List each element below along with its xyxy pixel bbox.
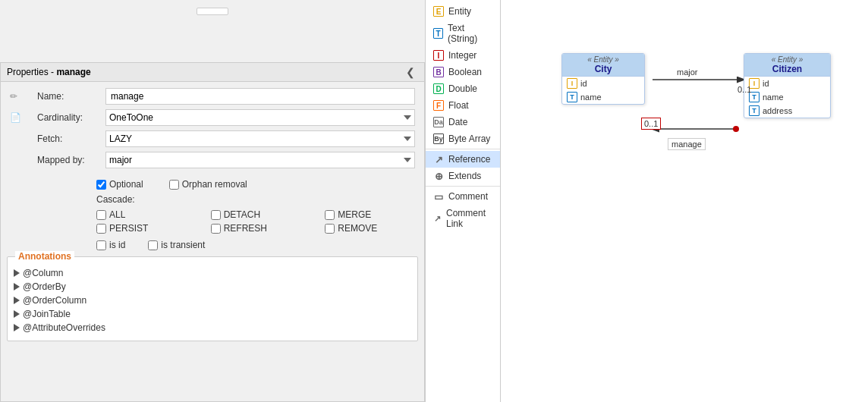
mapped-by-label: Mapped by: <box>37 155 105 165</box>
annotation-orderby[interactable]: @OrderBy <box>14 280 411 294</box>
fetch-select[interactable]: LAZY EAGER <box>105 130 415 147</box>
text-icon: T <box>567 92 577 102</box>
palette-double[interactable]: D Double <box>426 80 500 97</box>
pencil-icon: ✏ <box>10 91 17 102</box>
major-cardinality-top: 0..1 <box>737 85 751 94</box>
triangle-icon <box>14 269 20 277</box>
extends-label: Extends <box>448 171 481 181</box>
double-label: Double <box>448 83 477 94</box>
text-label: Text (String) <box>448 23 492 44</box>
cardinality-row: 📄 Cardinality: OneToOne OneToMany ManyTo… <box>10 109 415 126</box>
triangle-icon <box>14 310 20 318</box>
is-transient-label[interactable]: is transient <box>148 240 205 250</box>
is-transient-checkbox[interactable] <box>148 240 158 250</box>
collapse-button[interactable]: ❮ <box>403 66 418 78</box>
annotations-legend: Annotations <box>15 251 74 262</box>
cascade-detach[interactable]: DETACH <box>211 209 310 220</box>
manage-cardinality: 0..1 <box>641 118 661 130</box>
optional-label[interactable]: Optional <box>96 179 143 190</box>
cascade-remove[interactable]: REMOVE <box>325 223 424 234</box>
reference-label: Reference <box>448 154 490 165</box>
palette-date[interactable]: Da Date <box>426 114 500 130</box>
float-icon: F <box>433 100 444 111</box>
annotation-column[interactable]: @Column <box>14 266 411 280</box>
palette-entity[interactable]: E Entity <box>426 3 500 20</box>
bytearray-icon: By <box>433 133 444 144</box>
separator-2 <box>426 186 500 187</box>
middle-palette: E Entity T Text (String) I Integer B Boo… <box>425 0 501 402</box>
is-id-checkbox[interactable] <box>96 240 106 250</box>
name-label: Name: <box>37 91 105 102</box>
palette-extends[interactable]: ⊕ Extends <box>426 168 500 184</box>
top-button[interactable] <box>197 8 228 15</box>
boolean-label: Boolean <box>448 67 482 77</box>
text-icon: T <box>749 105 760 116</box>
palette-comment[interactable]: ▭ Comment <box>426 188 500 205</box>
major-relation-label: major <box>677 68 698 77</box>
double-icon: D <box>433 83 444 94</box>
prop-icons: ✏ <box>10 91 37 102</box>
citizen-field-id: I id <box>744 77 830 90</box>
entity-icon: E <box>433 6 444 17</box>
palette-reference[interactable]: ↗ Reference <box>426 151 500 168</box>
city-entity-header: « Entity » City <box>562 54 644 77</box>
name-input[interactable] <box>105 88 415 105</box>
bottom-checks: is id is transient <box>96 240 424 250</box>
cascade-all[interactable]: ALL <box>96 209 196 220</box>
id-icon: I <box>567 78 577 89</box>
city-entity-name: City <box>567 64 640 74</box>
palette-bytearray[interactable]: By Byte Array <box>426 130 500 147</box>
mapped-by-select[interactable]: major <box>105 152 415 168</box>
bytearray-label: Byte Array <box>448 133 490 144</box>
palette-float[interactable]: F Float <box>426 97 500 114</box>
cardinality-value: OneToOne OneToMany ManyToOne ManyToMany <box>105 109 415 126</box>
properties-header: Properties - manage ❮ <box>1 63 424 82</box>
is-id-label[interactable]: is id <box>96 240 125 250</box>
annotation-ordercolumn[interactable]: @OrderColumn <box>14 294 411 307</box>
comment-label: Comment <box>448 191 488 202</box>
annotations-content: @Column @OrderBy @OrderColumn @JoinTable… <box>8 257 417 341</box>
citizen-field-address-name: address <box>763 106 792 115</box>
citizen-entity[interactable]: « Entity » Citizen I id T name T address <box>744 53 831 118</box>
annotations-box: Annotations @Column @OrderBy @OrderColum… <box>7 256 418 341</box>
cascade-persist[interactable]: PERSIST <box>96 223 196 234</box>
top-area <box>0 0 425 62</box>
cascade-merge[interactable]: MERGE <box>325 209 424 220</box>
citizen-entity-name: Citizen <box>749 64 826 74</box>
citizen-field-id-name: id <box>763 79 769 88</box>
reference-icon: ↗ <box>433 154 444 165</box>
citizen-entity-label: « Entity » <box>749 55 826 64</box>
cascade-label: Cascade: <box>96 194 424 205</box>
orphan-label[interactable]: Orphan removal <box>169 179 247 190</box>
manage-arrow-dot <box>733 126 739 132</box>
citizen-entity-header: « Entity » Citizen <box>744 54 830 77</box>
palette-boolean[interactable]: B Boolean <box>426 64 500 80</box>
citizen-field-name: T name <box>744 90 830 104</box>
integer-icon: I <box>433 50 444 61</box>
city-field-id-name: id <box>580 79 587 88</box>
optional-orphan-row: Optional Orphan removal <box>96 179 424 190</box>
cardinality-select[interactable]: OneToOne OneToMany ManyToOne ManyToMany <box>105 109 415 126</box>
orphan-checkbox[interactable] <box>169 180 179 190</box>
doc-icon: 📄 <box>10 112 21 123</box>
name-row: ✏ Name: <box>10 88 415 105</box>
annotation-jointable[interactable]: @JoinTable <box>14 307 411 321</box>
palette-commentlink[interactable]: ↗ Comment Link <box>426 205 500 232</box>
mapped-by-value: major <box>105 152 415 168</box>
cardinality-label: Cardinality: <box>37 112 105 123</box>
palette-integer[interactable]: I Integer <box>426 47 500 64</box>
city-field-id: I id <box>562 77 644 90</box>
right-canvas: « Entity » City I id T name « Entity » C… <box>501 0 868 402</box>
optional-checkbox[interactable] <box>96 180 106 190</box>
mapped-by-row: Mapped by: major <box>10 152 415 168</box>
city-entity[interactable]: « Entity » City I id T name <box>561 53 645 105</box>
cascade-refresh[interactable]: REFRESH <box>211 223 310 234</box>
prop-icons-card: 📄 <box>10 112 37 123</box>
citizen-field-address: T address <box>744 104 830 118</box>
commentlink-icon: ↗ <box>433 213 442 224</box>
text-icon: T <box>433 28 443 39</box>
name-value <box>105 88 415 105</box>
annotation-attributeoverrides[interactable]: @AttributeOverrides <box>14 321 411 334</box>
palette-text[interactable]: T Text (String) <box>426 20 500 47</box>
properties-panel: Properties - manage ❮ ✏ Name: 📄 <box>0 62 425 402</box>
